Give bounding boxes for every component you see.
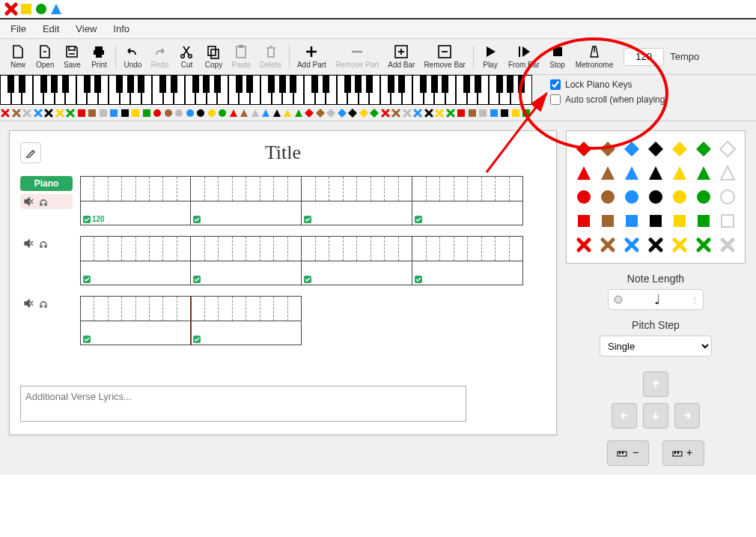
redo-button[interactable]: Redo: [146, 43, 173, 70]
print-button[interactable]: Print: [85, 43, 112, 70]
staff-2[interactable]: [80, 236, 546, 285]
nav-up-button[interactable]: [643, 371, 668, 397]
black-key[interactable]: [246, 75, 253, 93]
palette-circle-0[interactable]: [573, 186, 594, 207]
black-key[interactable]: [214, 75, 221, 93]
palette-square-6[interactable]: [717, 210, 738, 231]
black-key[interactable]: [94, 75, 101, 93]
black-key[interactable]: [203, 75, 210, 93]
headphones-icon[interactable]: [38, 196, 49, 207]
palette-square-2[interactable]: [621, 210, 642, 231]
black-key[interactable]: [127, 75, 134, 93]
nav-right-button[interactable]: [674, 403, 700, 428]
mute-icon[interactable]: [23, 238, 34, 249]
black-key[interactable]: [268, 75, 275, 93]
bar[interactable]: [191, 296, 302, 345]
menu-file[interactable]: File: [3, 20, 34, 37]
palette-triangle-1[interactable]: [597, 163, 618, 183]
bar[interactable]: [80, 236, 191, 285]
black-key[interactable]: [279, 75, 286, 93]
paste-button[interactable]: Paste: [227, 43, 255, 70]
black-key[interactable]: [518, 75, 525, 93]
black-key[interactable]: [62, 75, 69, 93]
bar[interactable]: [302, 236, 412, 285]
palette-diamond-3[interactable]: [645, 139, 666, 160]
pitch-step-select[interactable]: Single: [600, 336, 712, 357]
palette-square-5[interactable]: [693, 210, 714, 231]
octave-up-button[interactable]: +: [662, 440, 704, 466]
menu-info[interactable]: Info: [106, 20, 137, 37]
frombar-button[interactable]: From Bar: [504, 43, 544, 70]
palette-circle-3[interactable]: [645, 186, 666, 207]
headphones-icon[interactable]: [38, 238, 49, 249]
palette-x-4[interactable]: [669, 234, 690, 255]
palette-circle-6[interactable]: [717, 186, 738, 207]
undo-button[interactable]: Undo: [119, 43, 146, 70]
black-key[interactable]: [138, 75, 144, 93]
palette-circle-5[interactable]: [693, 186, 714, 207]
bar[interactable]: [191, 176, 302, 225]
menu-edit[interactable]: Edit: [35, 20, 67, 37]
octave-down-button[interactable]: −: [607, 440, 649, 466]
delete-button[interactable]: Delete: [255, 43, 286, 70]
autoscroll-checkbox[interactable]: Auto scroll (when playing): [550, 94, 668, 105]
palette-diamond-2[interactable]: [621, 139, 642, 160]
black-key[interactable]: [7, 75, 14, 93]
removepart-button[interactable]: Remove Part: [331, 43, 383, 70]
play-button[interactable]: Play: [477, 43, 504, 70]
copy-button[interactable]: Copy: [200, 43, 227, 70]
palette-triangle-4[interactable]: [669, 163, 690, 183]
menu-view[interactable]: View: [68, 20, 104, 37]
black-key[interactable]: [431, 75, 438, 93]
palette-square-1[interactable]: [597, 210, 618, 231]
bar[interactable]: [412, 236, 523, 285]
palette-square-0[interactable]: [573, 210, 594, 231]
black-key[interactable]: [311, 75, 318, 93]
nav-down-button[interactable]: [643, 403, 668, 428]
black-key[interactable]: [507, 75, 513, 93]
bar[interactable]: [412, 176, 523, 225]
lock-piano-checkbox[interactable]: Lock Piano Keys: [550, 79, 668, 90]
staff-1[interactable]: 120: [80, 176, 546, 225]
cut-button[interactable]: Cut: [173, 43, 200, 70]
black-key[interactable]: [84, 75, 91, 93]
black-key[interactable]: [355, 75, 362, 93]
palette-x-6[interactable]: [717, 234, 738, 255]
palette-diamond-0[interactable]: [573, 139, 594, 160]
palette-circle-2[interactable]: [621, 186, 642, 207]
palette-x-3[interactable]: [645, 234, 666, 255]
palette-square-4[interactable]: [669, 210, 690, 231]
palette-circle-1[interactable]: [597, 186, 618, 207]
palette-x-2[interactable]: [621, 234, 642, 255]
black-key[interactable]: [159, 75, 166, 93]
palette-diamond-5[interactable]: [693, 139, 714, 160]
addpart-button[interactable]: Add Part: [293, 43, 331, 70]
nav-left-button[interactable]: [612, 403, 637, 428]
palette-diamond-4[interactable]: [669, 139, 690, 160]
black-key[interactable]: [51, 75, 58, 93]
palette-triangle-0[interactable]: [573, 163, 594, 183]
staff-3[interactable]: [80, 296, 546, 345]
palette-square-3[interactable]: [645, 210, 666, 231]
palette-x-5[interactable]: [693, 234, 714, 255]
note-length-input[interactable]: ♩ ⋮: [608, 289, 704, 310]
palette-triangle-3[interactable]: [645, 163, 666, 183]
mute-icon[interactable]: [23, 196, 34, 207]
headphones-icon[interactable]: [38, 298, 49, 309]
palette-diamond-6[interactable]: [717, 139, 738, 160]
black-key[interactable]: [463, 75, 470, 93]
palette-x-1[interactable]: [597, 234, 618, 255]
black-key[interactable]: [398, 75, 405, 93]
bar[interactable]: 120: [80, 176, 191, 225]
black-key[interactable]: [323, 75, 329, 93]
palette-diamond-1[interactable]: [597, 139, 618, 160]
black-key[interactable]: [40, 75, 47, 93]
black-key[interactable]: [388, 75, 394, 93]
palette-triangle-6[interactable]: [717, 163, 738, 183]
piano-keyboard[interactable]: [0, 75, 532, 105]
stop-button[interactable]: Stop: [544, 43, 571, 70]
black-key[interactable]: [442, 75, 448, 93]
palette-circle-4[interactable]: [669, 186, 690, 207]
open-button[interactable]: Open: [31, 43, 58, 70]
edit-title-button[interactable]: [20, 142, 41, 163]
